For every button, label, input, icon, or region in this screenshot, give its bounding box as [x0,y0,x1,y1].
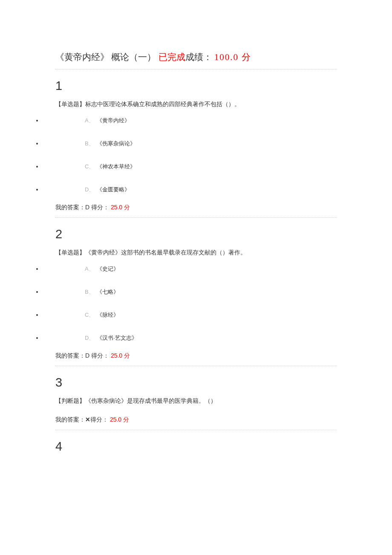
question-block: 1 【单选题】标志中医理论体系确立和成熟的四部经典著作不包括（）。 A、 《黄帝… [55,69,337,218]
option-text: 《金匮要略》 [97,186,130,194]
option-item: D、 《金匮要略》 [55,186,337,194]
question-type-label: 【单选题】 [55,101,85,107]
question-number: 4 [55,430,337,457]
question-type-label: 【判断题】 [55,397,85,404]
option-text: 《七略》 [97,288,119,296]
question-block: 3 【判断题】《伤寒杂病论》是现存成书最早的医学典籍。（） 我的答案：✕得分： … [55,366,337,430]
option-letter: A、 [85,117,94,124]
bullet-icon [36,120,38,121]
option-text: 《汉书·艺文志》 [97,334,137,342]
option-text: 《伤寒杂病论》 [97,140,135,147]
bullet-icon [36,166,38,168]
quiz-title: 《黄帝内经》 概论（一） [55,52,156,62]
options-list: A、 《黄帝内经》 B、 《伤寒杂病论》 C、 《神农本草经》 D、 《金匮要略… [55,117,337,194]
question-block: 2 【单选题】《黄帝内经》这部书的书名最早载录在现存文献的（）著作。 A、 《史… [55,218,337,366]
question-stem-text: 标志中医理论体系确立和成熟的四部经典著作不包括（）。 [85,101,240,107]
answer-score-unit: 分 [123,416,129,423]
bullet-icon [36,143,38,145]
option-item: B、 《伤寒杂病论》 [55,140,337,147]
answer-value: D [85,204,89,211]
question-stem: 【单选题】标志中医理论体系确立和成熟的四部经典著作不包括（）。 [55,96,337,117]
option-letter: C、 [85,163,94,171]
answer-value: D [85,352,89,359]
option-text: 《脉经》 [97,311,119,319]
answer-row: 我的答案：D 得分： 25.0 分 [55,201,337,217]
answer-score-label: 得分： [90,416,108,423]
option-letter: C、 [85,311,94,319]
option-letter: D、 [85,334,94,342]
bullet-icon [36,268,38,270]
option-item: A、 《史记》 [55,265,337,273]
bullet-icon [36,314,38,316]
answer-score-label: 得分： [91,352,109,359]
answer-score-unit: 分 [124,352,130,359]
answer-score-unit: 分 [124,204,130,211]
bullet-icon [36,291,38,293]
question-number: 2 [55,218,337,245]
question-stem-text: 《黄帝内经》这部书的书名最早载录在现存文献的（）著作。 [85,249,246,256]
answer-label: 我的答案： [55,416,85,423]
option-item: C、 《脉经》 [55,311,337,319]
answer-row: 我的答案：✕得分： 25.0 分 [55,413,337,430]
question-number: 3 [55,366,337,393]
answer-score-label: 得分： [91,204,109,211]
question-stem: 【判断题】《伤寒杂病论》是现存成书最早的医学典籍。（） [55,393,337,413]
option-text: 《黄帝内经》 [97,117,130,124]
answer-score-value: 25.0 [110,416,121,423]
answer-label: 我的答案： [55,352,85,359]
question-stem-text: 《伤寒杂病论》是现存成书最早的医学典籍。（） [85,397,216,404]
answer-score-value: 25.0 [111,352,122,359]
option-item: B、 《七略》 [55,288,337,296]
option-text: 《神农本草经》 [97,163,135,171]
option-item: A、 《黄帝内经》 [55,117,337,124]
answer-score-value: 25.0 [111,204,122,211]
options-list: A、 《史记》 B、 《七略》 C、 《脉经》 D、 《汉书·艺文志》 [55,265,337,342]
option-letter: A、 [85,265,94,273]
score-label: 成绩： [185,52,212,62]
question-type-label: 【单选题】 [55,249,85,256]
answer-row: 我的答案：D 得分： 25.0 分 [55,350,337,366]
question-number: 1 [55,69,337,96]
option-letter: D、 [85,186,94,194]
quiz-header: 《黄帝内经》 概论（一） 已完成成绩： 100.0 分 [55,51,337,69]
option-item: C、 《神农本草经》 [55,163,337,171]
option-letter: B、 [85,288,94,296]
bullet-icon [36,189,38,191]
score-value: 100.0 分 [214,52,252,62]
quiz-status: 已完成 [159,52,185,62]
bullet-icon [36,337,38,339]
option-letter: B、 [85,140,94,147]
option-item: D、 《汉书·艺文志》 [55,334,337,342]
answer-value: ✕ [85,416,90,423]
question-stem: 【单选题】《黄帝内经》这部书的书名最早载录在现存文献的（）著作。 [55,245,337,265]
answer-label: 我的答案： [55,204,85,211]
option-text: 《史记》 [97,265,119,273]
